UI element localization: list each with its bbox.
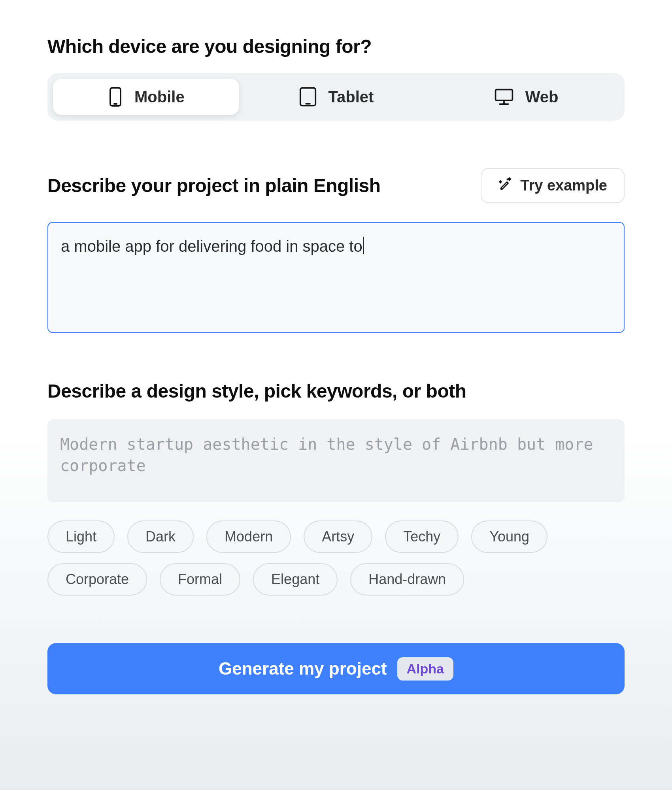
alpha-badge: Alpha bbox=[397, 657, 453, 681]
style-keyword-chips: Light Dark Modern Artsy Techy Young Corp… bbox=[47, 520, 625, 596]
style-chip-corporate[interactable]: Corporate bbox=[47, 563, 147, 596]
style-chip-artsy[interactable]: Artsy bbox=[304, 520, 372, 553]
generate-project-button[interactable]: Generate my project Alpha bbox=[47, 643, 625, 694]
svg-rect-4 bbox=[495, 90, 512, 101]
project-section-heading: Describe your project in plain English bbox=[47, 175, 381, 196]
mobile-icon bbox=[108, 87, 123, 107]
device-option-label: Tablet bbox=[328, 88, 374, 106]
svg-rect-2 bbox=[300, 88, 315, 106]
text-caret bbox=[363, 237, 364, 254]
style-description-input[interactable] bbox=[47, 419, 625, 502]
device-option-web[interactable]: Web bbox=[433, 79, 619, 115]
device-option-mobile[interactable]: Mobile bbox=[53, 79, 239, 115]
style-chip-hand-drawn[interactable]: Hand-drawn bbox=[350, 563, 464, 596]
project-description-input[interactable]: a mobile app for delivering food in spac… bbox=[47, 222, 625, 333]
svg-rect-0 bbox=[110, 88, 121, 106]
device-section-heading: Which device are you designing for? bbox=[47, 36, 625, 57]
generate-project-label: Generate my project bbox=[219, 659, 387, 679]
style-chip-young[interactable]: Young bbox=[471, 520, 547, 553]
project-description-text: a mobile app for delivering food in spac… bbox=[61, 238, 362, 255]
style-chip-elegant[interactable]: Elegant bbox=[253, 563, 338, 596]
device-option-label: Web bbox=[525, 88, 559, 106]
tablet-icon bbox=[298, 87, 317, 107]
try-example-button[interactable]: Try example bbox=[481, 168, 625, 203]
style-chip-dark[interactable]: Dark bbox=[127, 520, 194, 553]
style-section-heading: Describe a design style, pick keywords, … bbox=[47, 380, 625, 402]
desktop-icon bbox=[494, 87, 514, 106]
device-option-label: Mobile bbox=[134, 88, 185, 106]
device-segmented-control: Mobile Tablet Web bbox=[47, 73, 625, 121]
try-example-label: Try example bbox=[520, 177, 607, 194]
style-chip-light[interactable]: Light bbox=[47, 520, 115, 553]
style-chip-formal[interactable]: Formal bbox=[160, 563, 240, 596]
device-option-tablet[interactable]: Tablet bbox=[243, 79, 429, 115]
style-chip-techy[interactable]: Techy bbox=[385, 520, 459, 553]
magic-wand-icon bbox=[498, 177, 512, 194]
style-chip-modern[interactable]: Modern bbox=[206, 520, 291, 553]
